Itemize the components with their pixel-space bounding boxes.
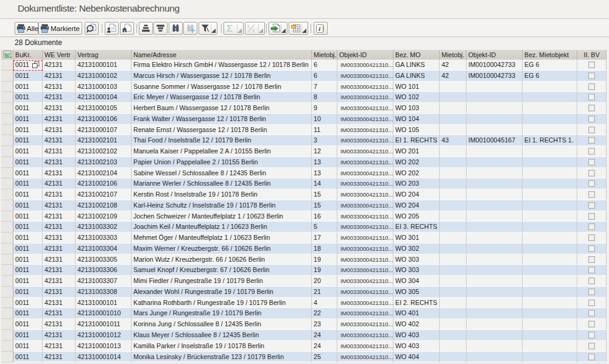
- svg-text:Σ: Σ: [247, 24, 250, 29]
- svg-text:Σ: Σ: [252, 28, 255, 33]
